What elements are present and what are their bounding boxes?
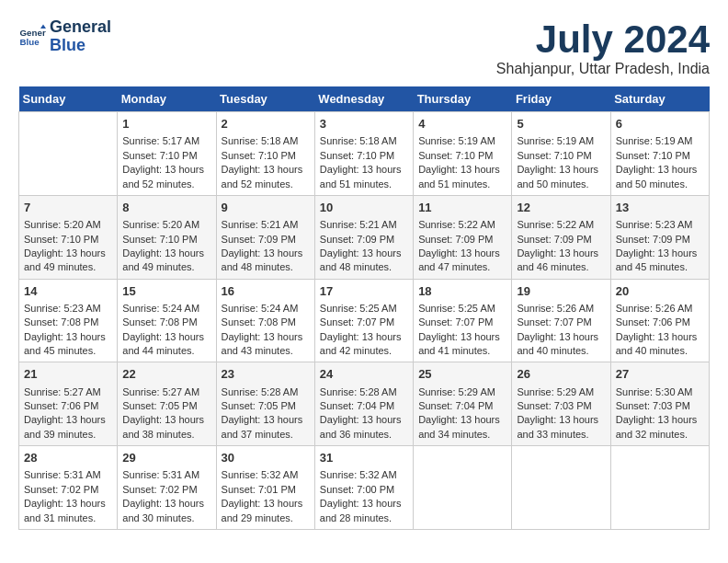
cell-content: and 46 minutes. [517, 260, 605, 274]
day-number: 25 [418, 366, 506, 383]
day-number: 6 [616, 116, 704, 132]
cell-content: and 37 minutes. [222, 428, 310, 442]
calendar-cell: 8Sunrise: 5:20 AMSunset: 7:10 PMDaylight… [118, 195, 216, 279]
cell-content: Sunrise: 5:26 AM [616, 302, 704, 316]
cell-content: Sunrise: 5:18 AM [222, 134, 310, 148]
cell-content: Sunset: 7:08 PM [24, 316, 112, 329]
cell-content: Sunset: 7:04 PM [320, 399, 408, 413]
day-number: 9 [222, 200, 310, 216]
cell-content: Daylight: 13 hours [222, 247, 310, 260]
cell-content: Sunset: 7:09 PM [616, 233, 704, 247]
day-number: 21 [24, 366, 112, 383]
cell-content: and 29 minutes. [222, 511, 310, 525]
cell-content: Daylight: 13 hours [517, 413, 605, 427]
cell-content: Daylight: 13 hours [24, 497, 112, 511]
svg-marker-2 [40, 24, 46, 29]
cell-content: Daylight: 13 hours [122, 163, 210, 177]
cell-content: Sunset: 7:04 PM [418, 399, 506, 413]
cell-content: Sunrise: 5:32 AM [320, 468, 408, 482]
cell-content: Sunrise: 5:23 AM [24, 302, 112, 316]
day-number: 11 [418, 200, 506, 216]
cell-content: Daylight: 13 hours [222, 413, 310, 427]
cell-content: and 51 minutes. [418, 178, 506, 191]
header-wednesday: Wednesday [314, 86, 413, 112]
cell-content: and 44 minutes. [122, 344, 210, 358]
cell-content: Daylight: 13 hours [616, 247, 704, 260]
cell-content: Sunrise: 5:19 AM [418, 134, 506, 148]
location-subtitle: Shahjanpur, Uttar Pradesh, India [496, 61, 710, 77]
cell-content: and 28 minutes. [320, 511, 408, 525]
day-number: 12 [517, 200, 605, 216]
day-number: 4 [418, 116, 506, 132]
cell-content: Sunrise: 5:19 AM [517, 134, 605, 148]
cell-content: Daylight: 13 hours [418, 413, 506, 427]
day-number: 13 [616, 200, 704, 216]
cell-content: and 50 minutes. [517, 178, 605, 191]
cell-content: Sunrise: 5:25 AM [418, 302, 506, 316]
cell-content: Daylight: 13 hours [616, 163, 704, 177]
cell-content: Daylight: 13 hours [320, 413, 408, 427]
day-number: 10 [320, 200, 408, 216]
calendar-cell: 1Sunrise: 5:17 AMSunset: 7:10 PMDaylight… [118, 112, 216, 196]
cell-content: Sunset: 7:05 PM [222, 399, 310, 413]
day-number: 14 [24, 283, 112, 300]
calendar-cell: 2Sunrise: 5:18 AMSunset: 7:10 PMDaylight… [216, 112, 314, 196]
cell-content: Daylight: 13 hours [122, 330, 210, 344]
calendar-week-row: 1Sunrise: 5:17 AMSunset: 7:10 PMDaylight… [19, 112, 710, 196]
cell-content: Sunset: 7:07 PM [517, 316, 605, 329]
cell-content: and 34 minutes. [418, 428, 506, 442]
calendar-cell: 3Sunrise: 5:18 AMSunset: 7:10 PMDaylight… [314, 112, 413, 196]
calendar-cell: 7Sunrise: 5:20 AMSunset: 7:10 PMDaylight… [19, 195, 118, 279]
calendar-cell: 4Sunrise: 5:19 AMSunset: 7:10 PMDaylight… [414, 112, 512, 196]
calendar-week-row: 14Sunrise: 5:23 AMSunset: 7:08 PMDayligh… [19, 279, 710, 362]
cell-content: Sunset: 7:09 PM [320, 233, 408, 247]
day-number: 19 [517, 283, 605, 300]
cell-content: Sunset: 7:10 PM [222, 149, 310, 163]
cell-content: Sunset: 7:10 PM [616, 149, 704, 163]
cell-content: and 38 minutes. [122, 428, 210, 442]
day-number: 20 [616, 283, 704, 300]
calendar-cell: 16Sunrise: 5:24 AMSunset: 7:08 PMDayligh… [216, 279, 314, 362]
cell-content: Sunset: 7:00 PM [320, 483, 408, 497]
calendar-cell: 28Sunrise: 5:31 AMSunset: 7:02 PMDayligh… [19, 446, 118, 530]
cell-content: Sunrise: 5:28 AM [320, 385, 408, 399]
day-number: 17 [320, 283, 408, 300]
cell-content: Daylight: 13 hours [418, 330, 506, 344]
cell-content: and 48 minutes. [222, 260, 310, 274]
calendar-cell: 14Sunrise: 5:23 AMSunset: 7:08 PMDayligh… [19, 279, 118, 362]
day-number: 31 [320, 450, 408, 466]
calendar-cell: 30Sunrise: 5:32 AMSunset: 7:01 PMDayligh… [216, 446, 314, 530]
cell-content: Daylight: 13 hours [418, 163, 506, 177]
cell-content: Sunset: 7:08 PM [222, 316, 310, 329]
day-number: 15 [122, 283, 210, 300]
cell-content: and 51 minutes. [320, 178, 408, 191]
cell-content: Sunset: 7:02 PM [24, 483, 112, 497]
day-number: 2 [222, 116, 310, 132]
cell-content: Sunrise: 5:17 AM [122, 134, 210, 148]
calendar-header-row: SundayMondayTuesdayWednesdayThursdayFrid… [19, 86, 710, 112]
cell-content: and 43 minutes. [222, 344, 310, 358]
calendar-table: SundayMondayTuesdayWednesdayThursdayFrid… [18, 86, 710, 530]
calendar-cell: 17Sunrise: 5:25 AMSunset: 7:07 PMDayligh… [314, 279, 413, 362]
cell-content: Sunrise: 5:21 AM [320, 218, 408, 232]
calendar-cell: 20Sunrise: 5:26 AMSunset: 7:06 PMDayligh… [610, 279, 709, 362]
cell-content: Daylight: 13 hours [122, 497, 210, 511]
cell-content: Daylight: 13 hours [320, 163, 408, 177]
cell-content: Sunset: 7:07 PM [320, 316, 408, 329]
calendar-cell [512, 446, 610, 530]
calendar-cell: 25Sunrise: 5:29 AMSunset: 7:04 PMDayligh… [414, 362, 512, 446]
svg-text:General: General [20, 27, 47, 37]
cell-content: Daylight: 13 hours [517, 247, 605, 260]
cell-content: Sunset: 7:08 PM [122, 316, 210, 329]
svg-text:Blue: Blue [20, 37, 40, 47]
cell-content: Daylight: 13 hours [320, 497, 408, 511]
day-number: 23 [222, 366, 310, 383]
page-header: General Blue General Blue July 2024 Shah… [18, 18, 710, 77]
cell-content: Sunset: 7:01 PM [222, 483, 310, 497]
calendar-cell: 27Sunrise: 5:30 AMSunset: 7:03 PMDayligh… [610, 362, 709, 446]
day-number: 30 [222, 450, 310, 466]
cell-content: and 52 minutes. [122, 178, 210, 191]
cell-content: and 48 minutes. [320, 260, 408, 274]
logo-text: General Blue [50, 18, 111, 55]
cell-content: Sunset: 7:02 PM [122, 483, 210, 497]
